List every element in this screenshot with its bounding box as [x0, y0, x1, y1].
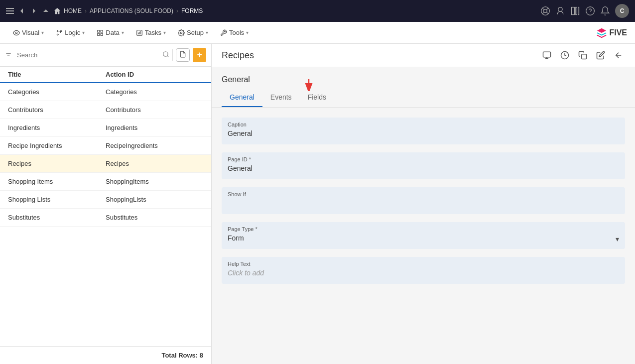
help-text-field[interactable]: Help Text Click to add	[222, 257, 625, 284]
caption-field[interactable]: Caption General	[222, 118, 625, 144]
back-button[interactable]	[18, 7, 26, 15]
right-panel-title: Recipes	[222, 50, 254, 61]
show-if-field[interactable]: Show If	[222, 187, 625, 214]
page-id-value: General	[228, 164, 619, 174]
section-title: General	[222, 75, 250, 84]
svg-point-27	[180, 32, 182, 34]
svg-point-15	[15, 32, 17, 34]
page-type-label: Page Type *	[228, 226, 619, 232]
nav-data[interactable]: Data ▾	[92, 26, 128, 39]
svg-rect-0	[6, 8, 14, 9]
back-nav-button[interactable]	[612, 49, 625, 62]
page-type-value: Form	[228, 234, 244, 244]
svg-rect-1	[6, 10, 14, 11]
svg-rect-2	[6, 13, 14, 14]
search-divider	[172, 49, 173, 61]
svg-rect-19	[98, 30, 100, 32]
svg-line-5	[542, 8, 544, 9]
svg-rect-22	[101, 33, 103, 35]
svg-rect-21	[98, 33, 100, 35]
user-avatar[interactable]: C	[615, 4, 629, 18]
nav-tools[interactable]: Tools ▾	[215, 26, 254, 39]
library-icon[interactable]	[570, 6, 580, 16]
svg-point-31	[163, 52, 168, 56]
history-button[interactable]	[558, 49, 571, 62]
table-row[interactable]: Categories Categories	[0, 83, 211, 101]
breadcrumb-app[interactable]: APPLICATIONS (SOUL FOOD)	[90, 7, 173, 14]
table-row[interactable]: Shopping Items ShoppingItems	[0, 173, 211, 191]
chevron-down-icon: ▾	[616, 235, 619, 243]
tabs: General Events Fields	[212, 88, 635, 108]
svg-point-4	[544, 9, 547, 13]
edit-button[interactable]	[594, 49, 607, 62]
caption-value: General	[228, 129, 619, 139]
table-row-selected[interactable]: Recipes Recipes	[0, 155, 211, 173]
search-bar: +	[0, 44, 211, 67]
up-button[interactable]	[42, 7, 50, 15]
svg-point-13	[586, 7, 595, 15]
right-panel: Recipes General	[212, 44, 635, 364]
table-footer: Total Rows: 8	[0, 346, 211, 364]
nav-logic[interactable]: Logic ▾	[51, 26, 90, 39]
search-input[interactable]	[15, 50, 159, 60]
chef-icon[interactable]	[555, 6, 565, 16]
help-text-placeholder: Click to add	[228, 269, 619, 279]
five-logo: FIVE	[596, 27, 627, 38]
show-if-value	[228, 199, 619, 209]
page-id-field[interactable]: Page ID * General	[222, 152, 625, 179]
help-icon[interactable]	[585, 6, 595, 16]
form-content: Caption General Page ID * General Show I…	[212, 108, 635, 364]
topbar-actions: C	[540, 4, 629, 18]
search-input-wrap	[15, 50, 159, 60]
nav-visual[interactable]: Visual ▾	[8, 26, 49, 39]
tab-fields[interactable]: Fields	[300, 88, 334, 107]
svg-rect-11	[576, 7, 577, 15]
table-row[interactable]: Ingredients Ingredients	[0, 119, 211, 137]
svg-line-32	[167, 56, 169, 57]
filter-icon[interactable]	[5, 52, 12, 59]
page-type-field[interactable]: Page Type * Form ▾	[222, 222, 625, 249]
document-button[interactable]	[176, 48, 190, 62]
svg-point-16	[57, 30, 58, 31]
right-header-actions	[540, 49, 625, 62]
add-button[interactable]: +	[193, 48, 206, 62]
table-row[interactable]: Substitutes Substitutes	[0, 209, 211, 227]
breadcrumb-forms[interactable]: FORMS	[181, 7, 203, 14]
table-header: Title Action ID	[0, 67, 211, 83]
left-panel: + Title Action ID Categories Categories …	[0, 44, 212, 364]
topbar: HOME › APPLICATIONS (SOUL FOOD) › FORMS …	[0, 0, 635, 22]
svg-rect-10	[572, 7, 575, 15]
table-row[interactable]: Shopping Lists ShoppingLists	[0, 191, 211, 209]
page-id-label: Page ID *	[228, 156, 619, 162]
table-row[interactable]: Contributors Contributors	[0, 101, 211, 119]
main-layout: + Title Action ID Categories Categories …	[0, 44, 635, 364]
caption-label: Caption	[228, 121, 619, 127]
help-text-label: Help Text	[228, 261, 619, 267]
breadcrumb: HOME › APPLICATIONS (SOUL FOOD) › FORMS	[54, 7, 536, 14]
table-row[interactable]: Recipe Ingredients RecipeIngredients	[0, 137, 211, 155]
forward-button[interactable]	[30, 7, 38, 15]
annotation-arrow	[304, 79, 314, 91]
notification-icon[interactable]	[600, 6, 610, 16]
tab-events[interactable]: Events	[262, 88, 300, 107]
support-icon[interactable]	[540, 6, 550, 16]
nav-setup[interactable]: Setup ▾	[173, 26, 213, 39]
nav-items: Visual ▾ Logic ▾ Data ▾ Tasks ▾ Setup ▾ …	[8, 26, 254, 39]
search-button[interactable]	[162, 51, 169, 59]
tab-general[interactable]: General	[222, 88, 262, 107]
nav-tasks[interactable]: Tasks ▾	[131, 26, 171, 39]
svg-rect-20	[101, 30, 103, 32]
right-panel-header: Recipes	[212, 44, 635, 67]
svg-point-9	[558, 7, 562, 11]
breadcrumb-home[interactable]: HOME	[64, 7, 82, 14]
svg-rect-12	[578, 7, 579, 15]
copy-button[interactable]	[576, 49, 589, 62]
svg-line-6	[547, 12, 548, 14]
svg-line-7	[547, 8, 548, 9]
hamburger-icon[interactable]	[6, 7, 14, 15]
svg-rect-37	[582, 54, 587, 59]
page-type-select-wrap: Form ▾	[228, 234, 619, 244]
expand-button[interactable]	[540, 49, 553, 62]
svg-line-8	[542, 12, 544, 14]
show-if-label: Show If	[228, 191, 619, 197]
